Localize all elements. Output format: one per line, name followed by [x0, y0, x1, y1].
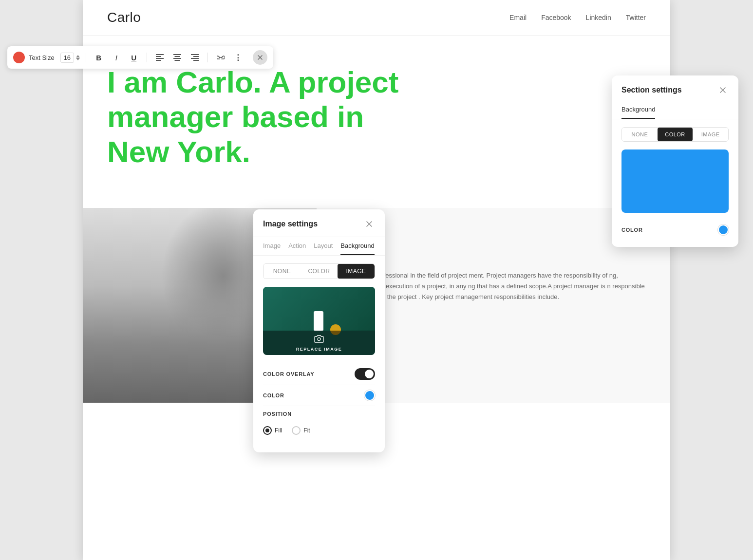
section-settings-close-button[interactable] — [717, 84, 729, 96]
background-toggle-group: NONE COLOR IMAGE — [263, 263, 375, 279]
section-toggle-image[interactable]: IMAGE — [693, 128, 728, 141]
position-label: POSITION — [263, 411, 292, 417]
section-panel-body: NONE COLOR IMAGE COLOR — [612, 119, 738, 247]
toggle-none[interactable]: NONE — [264, 264, 301, 279]
hero-title: I am Carlo. A project manager based in N… — [107, 65, 424, 169]
toolbar-size-control: 16 — [60, 53, 80, 63]
toggle-color[interactable]: COLOR — [301, 264, 338, 279]
size-down-arrow[interactable] — [76, 58, 80, 60]
close-icon — [258, 55, 263, 60]
section-settings-panel: Section settings Background NONE COLOR I… — [612, 75, 738, 247]
section-toggle-none[interactable]: NONE — [622, 128, 658, 141]
tab-action[interactable]: Action — [288, 242, 306, 255]
nav-twitter[interactable]: Twitter — [626, 14, 646, 21]
toolbar-divider-1 — [86, 53, 86, 62]
section-settings-title: Section settings — [621, 86, 682, 94]
close-icon — [720, 87, 726, 93]
image-settings-panel: Image settings Image Action Layout Backg… — [253, 209, 385, 452]
italic-button[interactable]: I — [110, 51, 123, 64]
nav-email[interactable]: Email — [509, 14, 527, 21]
product-bottle — [314, 311, 323, 331]
svg-point-17 — [318, 337, 320, 340]
panel-body: NONE COLOR IMAGE — [253, 256, 385, 452]
nav-facebook[interactable]: Facebook — [541, 14, 571, 21]
toolbar-divider-2 — [147, 53, 147, 62]
section-color-label: COLOR — [621, 227, 643, 233]
nav-linkedin[interactable]: Linkedin — [586, 14, 611, 21]
svg-rect-5 — [174, 56, 180, 57]
website-nav: Email Facebook Linkedin Twitter — [509, 14, 646, 21]
tab-image[interactable]: Image — [263, 242, 281, 255]
replace-image-text: REPLACE IMAGE — [296, 347, 342, 352]
align-center-button[interactable] — [170, 51, 184, 64]
svg-rect-4 — [173, 54, 181, 55]
link-icon — [217, 55, 225, 60]
section-toggle-color[interactable]: COLOR — [658, 128, 693, 141]
fill-radio[interactable] — [263, 426, 272, 435]
close-icon — [366, 221, 372, 227]
tab-background[interactable]: Background — [340, 242, 374, 255]
svg-rect-11 — [193, 60, 199, 61]
toolbar-color-dot[interactable] — [13, 52, 25, 63]
canvas-area: Carlo Email Facebook Linkedin Twitter I … — [0, 0, 753, 560]
image-preview[interactable]: REPLACE IMAGE — [263, 287, 375, 355]
section-panel-header: Section settings — [612, 75, 738, 105]
more-button[interactable]: ⋮ — [231, 51, 245, 64]
bold-button[interactable]: B — [92, 51, 106, 64]
color-overlay-row: COLOR OVERLAY — [263, 363, 375, 385]
align-left-icon — [156, 54, 164, 61]
color-overlay-label: COLOR OVERLAY — [263, 371, 314, 377]
section-tab-background[interactable]: Background — [621, 106, 655, 119]
camera-icon — [314, 335, 324, 345]
svg-rect-2 — [156, 58, 164, 59]
position-row: POSITION Fill Fit — [263, 406, 375, 445]
image-settings-close-button[interactable] — [363, 218, 375, 230]
toolbar-divider-3 — [207, 53, 208, 62]
fit-radio[interactable] — [292, 426, 301, 435]
color-picker-dot[interactable] — [364, 390, 375, 401]
toolbar-size-arrows[interactable] — [76, 55, 80, 60]
svg-rect-7 — [174, 60, 180, 61]
color-overlay-toggle[interactable] — [355, 368, 375, 380]
toolbar-text-size-label: Text Size — [29, 54, 55, 61]
section-panel-tabs: Background — [612, 105, 738, 119]
replace-image-overlay[interactable]: REPLACE IMAGE — [263, 331, 375, 355]
color-label: COLOR — [263, 392, 284, 398]
svg-rect-9 — [193, 56, 199, 57]
tab-layout[interactable]: Layout — [314, 242, 333, 255]
color-row: COLOR — [263, 385, 375, 406]
camera-svg — [314, 335, 324, 343]
underline-button[interactable]: U — [127, 51, 141, 64]
panel-tabs: Image Action Layout Background — [253, 237, 385, 256]
svg-rect-8 — [191, 54, 199, 55]
align-right-button[interactable] — [188, 51, 202, 64]
image-settings-title: Image settings — [263, 220, 318, 228]
link-button[interactable] — [214, 51, 227, 64]
fit-option[interactable]: Fit — [292, 426, 310, 435]
svg-rect-6 — [173, 58, 181, 59]
align-left-button[interactable] — [153, 51, 167, 64]
panel-header: Image settings — [253, 209, 385, 237]
website-header: Carlo Email Facebook Linkedin Twitter — [83, 0, 670, 36]
toggle-image[interactable]: IMAGE — [338, 264, 375, 279]
svg-rect-1 — [156, 56, 161, 57]
fill-option[interactable]: Fill — [263, 426, 282, 435]
size-up-arrow[interactable] — [76, 55, 80, 57]
align-center-icon — [173, 54, 181, 61]
website-logo: Carlo — [107, 10, 141, 25]
toolbar-size-value[interactable]: 16 — [60, 53, 74, 63]
section-color-row: COLOR — [621, 221, 729, 239]
section-background-toggle-group: NONE COLOR IMAGE — [621, 127, 729, 142]
toolbar: Text Size 16 B I U — [7, 46, 273, 69]
svg-rect-10 — [191, 58, 199, 59]
section-color-picker-dot[interactable] — [718, 224, 729, 235]
toolbar-close-button[interactable] — [253, 50, 267, 65]
svg-rect-3 — [156, 60, 161, 61]
color-preview-block[interactable] — [621, 149, 729, 213]
svg-rect-0 — [156, 54, 164, 55]
fit-label: Fit — [303, 427, 310, 434]
position-radio-group: Fill Fit — [263, 421, 310, 440]
fill-label: Fill — [275, 427, 282, 434]
align-right-icon — [191, 54, 199, 61]
